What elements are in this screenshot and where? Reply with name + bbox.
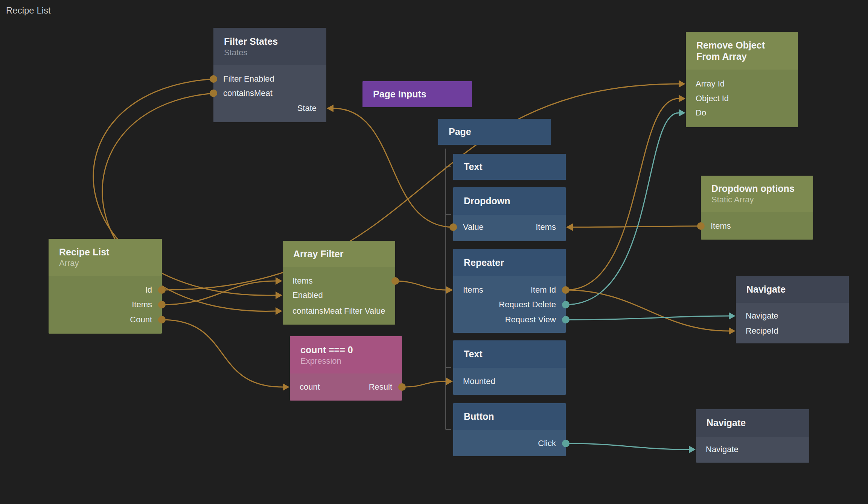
node-recipe-list[interactable]: Recipe ListArrayIdItemsCount <box>49 239 162 334</box>
node-header[interactable]: Navigate <box>736 276 849 303</box>
port-glyph-navigate-1-recipe-id-arrow[interactable] <box>729 327 736 335</box>
node-header[interactable]: Repeater <box>453 249 566 276</box>
wire-button.click--navigate-2.navigate[interactable] <box>566 443 689 449</box>
node-header[interactable]: Dropdown optionsStatic Array <box>701 176 813 212</box>
node-dropdown-options[interactable]: Dropdown optionsStatic ArrayItems <box>701 176 813 240</box>
node-title: Dropdown <box>464 195 555 207</box>
node-title: Navigate <box>746 284 838 295</box>
port-dropdown-items[interactable]: Items <box>457 222 556 233</box>
port-navigate-1-navigate[interactable]: Navigate <box>746 310 845 322</box>
port-glyph-expression-count-arrow[interactable] <box>283 383 289 391</box>
port-repeater-request-delete[interactable]: Request Delete <box>457 299 556 310</box>
wire-repeater.request-view--navigate-1.navigate[interactable] <box>566 316 729 320</box>
port-filter-states-filter-enabled[interactable]: Filter Enabled <box>223 73 323 85</box>
wire-repeater.item-id--remove-object-from-array.object-id[interactable] <box>566 99 679 290</box>
node-header[interactable]: Text <box>453 340 566 368</box>
port-recipe-list-count[interactable]: Count <box>52 314 152 325</box>
node-title: count === 0 <box>300 344 391 356</box>
port-remove-object-from-array-do[interactable]: Do <box>696 107 794 118</box>
port-glyph-array-filter-contains-meat-filter-value-arrow[interactable] <box>276 307 282 315</box>
node-navigate-1[interactable]: NavigateNavigateRecipeId <box>736 276 849 343</box>
port-filter-states-state[interactable]: State <box>217 103 317 114</box>
wire-recipe-list.count--expression.count[interactable] <box>162 320 283 387</box>
port-repeater-item-id[interactable]: Item Id <box>457 284 556 296</box>
port-navigate-1-recipe-id[interactable]: RecipeId <box>746 325 845 337</box>
wire-array-filter.out--repeater.items[interactable] <box>395 281 446 290</box>
port-glyph-navigate-1-navigate-arrow[interactable] <box>729 312 736 320</box>
wire-expression.result--text-2.mounted[interactable] <box>402 381 446 387</box>
node-dropdown[interactable]: DropdownValueItems <box>453 187 566 241</box>
node-filter-states[interactable]: Filter StatesStatesFilter Enabledcontain… <box>213 28 326 122</box>
node-navigate-2[interactable]: NavigateNavigate <box>696 409 809 463</box>
port-glyph-array-filter-enabled-arrow[interactable] <box>276 291 282 299</box>
port-glyph-filter-states-state-arrow[interactable] <box>327 105 333 112</box>
node-array-filter[interactable]: Array FilterItemsEnabledcontainsMeat Fil… <box>283 241 395 325</box>
port-glyph-remove-object-from-array-object-id-arrow[interactable] <box>679 95 685 102</box>
port-recipe-list-items[interactable]: Items <box>52 299 152 310</box>
port-glyph-remove-object-from-array-array-id-arrow[interactable] <box>679 80 685 88</box>
port-glyph-remove-object-from-array-do-arrow[interactable] <box>679 109 685 117</box>
page-title: Recipe List <box>6 5 51 16</box>
node-title: Text <box>464 348 555 360</box>
port-filter-states-contains-meat[interactable]: containsMeat <box>223 88 323 99</box>
port-array-filter-contains-meat-filter-value[interactable]: containsMeat Filter Value <box>292 305 391 317</box>
node-title: Text <box>464 161 555 173</box>
node-text-1[interactable]: Text <box>453 154 566 180</box>
port-glyph-array-filter-items-arrow[interactable] <box>276 277 282 285</box>
wire-repeater.request-delete--remove-object-from-array.do[interactable] <box>566 113 679 305</box>
node-title: Array Filter <box>293 248 385 260</box>
node-header[interactable]: Navigate <box>696 409 809 437</box>
node-page-inputs[interactable]: Page Inputs <box>362 81 472 107</box>
node-header[interactable]: Filter StatesStates <box>213 28 326 65</box>
port-remove-object-from-array-object-id[interactable]: Object Id <box>696 93 794 104</box>
port-recipe-list-id[interactable]: Id <box>52 284 152 296</box>
port-remove-object-from-array-array-id[interactable]: Array Id <box>696 78 794 90</box>
node-header[interactable]: Button <box>453 403 566 430</box>
node-header[interactable]: count === 0Expression <box>290 336 402 373</box>
port-glyph-dropdown-items-arrow[interactable] <box>566 223 573 231</box>
node-title: Repeater <box>464 257 555 269</box>
node-repeater[interactable]: RepeaterItemsItem IdRequest DeleteReques… <box>453 249 566 333</box>
node-title: Navigate <box>707 417 799 429</box>
node-page[interactable]: Page <box>438 119 551 145</box>
node-header[interactable]: Text <box>453 154 566 180</box>
port-glyph-repeater-items-arrow[interactable] <box>446 286 453 294</box>
node-title: Page <box>449 126 540 138</box>
port-dropdown-options-items[interactable]: Items <box>711 220 809 232</box>
node-remove-object-from-array[interactable]: Remove Object From ArrayArray IdObject I… <box>686 32 798 127</box>
node-button[interactable]: ButtonClick <box>453 403 566 456</box>
component-tree-connector <box>446 149 451 430</box>
port-repeater-request-view[interactable]: Request View <box>457 314 556 325</box>
port-array-filter-enabled[interactable]: Enabled <box>292 290 391 301</box>
node-header[interactable]: Dropdown <box>453 187 566 215</box>
wire-dropdown-options.items--dropdown.items[interactable] <box>573 226 701 227</box>
port-button-click[interactable]: Click <box>457 438 556 449</box>
node-subtitle: Expression <box>300 356 391 366</box>
port-array-filter-out[interactable] <box>286 275 385 287</box>
port-expression-result[interactable]: Result <box>294 381 392 393</box>
node-title: Filter States <box>224 36 316 47</box>
wire-repeater.item-id--navigate-1.recipe-id[interactable] <box>566 290 729 331</box>
node-title: Button <box>464 411 555 422</box>
port-glyph-text-2-mounted-arrow[interactable] <box>446 378 453 385</box>
port-glyph-navigate-2-navigate-arrow[interactable] <box>689 446 696 453</box>
port-navigate-2-navigate[interactable]: Navigate <box>706 444 806 455</box>
node-header[interactable]: Array Filter <box>283 241 395 267</box>
node-text-2[interactable]: TextMounted <box>453 340 566 395</box>
wire-recipe-list.items--array-filter.items[interactable] <box>162 281 276 305</box>
node-title: Dropdown options <box>711 183 803 194</box>
node-header[interactable]: Recipe ListArray <box>49 239 162 276</box>
port-text-2-mounted[interactable]: Mounted <box>463 376 562 387</box>
node-subtitle: Array <box>59 258 151 269</box>
node-header[interactable]: Remove Object From Array <box>686 32 798 70</box>
node-subtitle: Static Array <box>711 194 803 205</box>
wire-dropdown.value--filter-states.state[interactable] <box>333 108 453 227</box>
node-title: Recipe List <box>59 246 151 258</box>
node-title: Page Inputs <box>373 88 461 100</box>
node-expression[interactable]: count === 0ExpressioncountResult <box>290 336 402 401</box>
node-header[interactable]: Page Inputs <box>362 81 472 107</box>
node-header[interactable]: Page <box>438 119 551 145</box>
node-subtitle: States <box>224 47 316 58</box>
node-editor-canvas[interactable]: Recipe List Filter StatesStatesFilter En… <box>0 0 868 504</box>
node-title: Remove Object From Array <box>696 39 787 62</box>
